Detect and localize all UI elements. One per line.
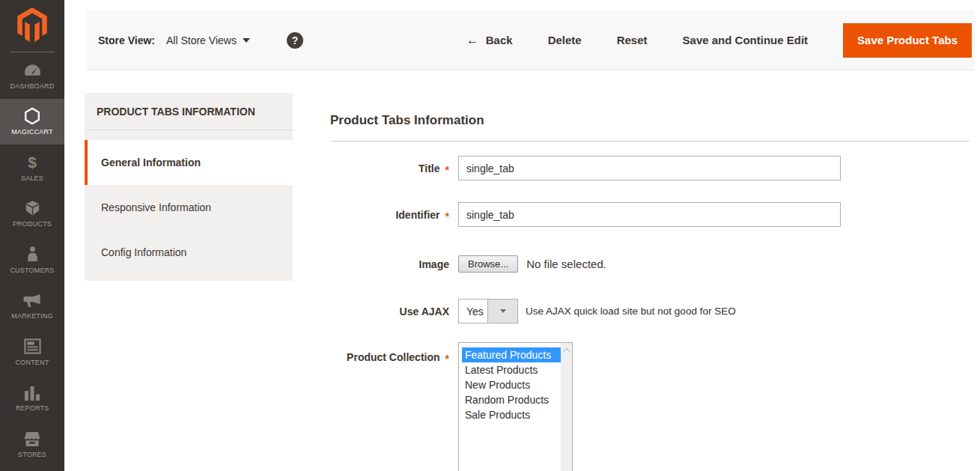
reset-button[interactable]: Reset <box>617 34 648 46</box>
sidebar-item-sales[interactable]: $ SALES <box>0 145 64 191</box>
image-row: Image Browse... No file selected. <box>330 252 970 276</box>
person-icon <box>25 246 40 264</box>
topbar-actions: ← Back Delete Reset Save and Continue Ed… <box>466 23 975 58</box>
sidebar-item-label: SALES <box>21 174 43 182</box>
help-icon[interactable]: ? <box>287 32 303 49</box>
store-view-selector[interactable]: All Store Views <box>166 34 250 46</box>
tabs-spacer <box>85 130 293 140</box>
product-collection-label: Product Collection * <box>330 342 449 363</box>
sidebar-item-label: DASHBOARD <box>10 82 55 90</box>
chevron-down-icon <box>243 38 250 43</box>
main-form-section: Product Tabs Information Title * Identif… <box>330 112 970 471</box>
list-option-random-products[interactable]: Random Products <box>462 392 561 407</box>
sidebar-item-stores[interactable]: STORES <box>0 421 64 467</box>
sidebar-item-label: MAGICCART <box>11 128 53 136</box>
sidebar-item-label: REPORTS <box>16 404 49 412</box>
topbar: Store View: All Store Views ? ← Back Del… <box>86 10 975 70</box>
use-ajax-row: Use AJAX Yes Use AJAX quick load site bu… <box>330 299 970 323</box>
identifier-input[interactable] <box>458 202 841 227</box>
use-ajax-label: Use AJAX <box>330 306 449 317</box>
section-divider <box>330 141 970 142</box>
sidebar-item-customers[interactable]: CUSTOMERS <box>0 237 64 283</box>
list-option-new-products[interactable]: New Products <box>462 377 561 392</box>
sidebar-item-label: PRODUCTS <box>13 220 52 228</box>
store-view-value: All Store Views <box>166 34 237 46</box>
title-input[interactable] <box>458 156 841 180</box>
product-collection-listbox[interactable]: Featured Products Latest Products New Pr… <box>458 342 573 471</box>
back-button-label: Back <box>486 34 513 46</box>
layout-icon <box>24 338 41 356</box>
identifier-label: Identifier * <box>330 209 449 221</box>
use-ajax-selected-value: Yes <box>459 300 487 323</box>
file-status-text: No file selected. <box>526 258 606 270</box>
back-arrow-icon: ← <box>466 34 479 46</box>
gauge-icon <box>23 61 42 79</box>
product-collection-row: Product Collection * Featured Products L… <box>330 342 970 471</box>
use-ajax-note: Use AJAX quick load site but not good fo… <box>526 306 736 317</box>
storefront-icon <box>23 430 41 448</box>
store-view-label: Store View: <box>98 34 155 46</box>
image-label: Image <box>330 258 449 270</box>
sidebar-item-reports[interactable]: REPORTS <box>0 375 64 422</box>
list-option-sale-products[interactable]: Sale Products <box>462 407 561 422</box>
sidebar: DASHBOARD MAGICCART $ SALES PRODUCTS <box>0 0 64 471</box>
save-product-tabs-button[interactable]: Save Product Tabs <box>843 23 972 58</box>
scroll-up-icon[interactable] <box>563 348 569 354</box>
title-row: Title * <box>330 156 970 180</box>
required-marker: * <box>445 353 449 365</box>
chevron-down-icon[interactable] <box>487 300 517 323</box>
sidebar-item-label: MARKETING <box>11 312 52 320</box>
sidebar-item-marketing[interactable]: MARKETING <box>0 283 64 329</box>
browse-button[interactable]: Browse... <box>458 255 518 273</box>
listbox-scrollbar[interactable] <box>561 343 572 471</box>
required-marker: * <box>445 164 449 176</box>
tabs-panel: PRODUCT TABS INFORMATION General Informa… <box>85 93 293 281</box>
sidebar-item-label: STORES <box>18 451 46 458</box>
tab-config-information[interactable]: Config Information <box>85 230 293 275</box>
page-title: Product Tabs Information <box>330 112 970 129</box>
dollar-icon: $ <box>28 154 37 171</box>
megaphone-icon <box>22 291 42 309</box>
identifier-row: Identifier * <box>330 202 970 227</box>
hexagon-icon <box>22 107 42 125</box>
bar-chart-icon <box>24 383 40 401</box>
tab-general-information[interactable]: General Information <box>85 140 293 185</box>
magento-logo-icon <box>15 7 49 46</box>
sidebar-item-content[interactable]: CONTENT <box>0 329 64 375</box>
list-option-featured-products[interactable]: Featured Products <box>462 347 561 362</box>
back-button[interactable]: ← Back <box>466 34 513 46</box>
title-label: Title * <box>330 162 449 174</box>
box-icon <box>24 199 41 217</box>
sidebar-item-label: CUSTOMERS <box>10 267 54 274</box>
magento-admin-screen: DASHBOARD MAGICCART $ SALES PRODUCTS <box>0 0 980 471</box>
magento-logo[interactable] <box>0 0 64 52</box>
sidebar-item-magiccart[interactable]: MAGICCART <box>0 99 64 145</box>
sidebar-item-label: CONTENT <box>16 359 49 366</box>
list-option-latest-products[interactable]: Latest Products <box>462 362 561 377</box>
tab-responsive-information[interactable]: Responsive Information <box>85 185 293 230</box>
sidebar-item-products[interactable]: PRODUCTS <box>0 191 64 237</box>
delete-button[interactable]: Delete <box>548 34 582 46</box>
sidebar-nav: DASHBOARD MAGICCART $ SALES PRODUCTS <box>0 52 64 467</box>
use-ajax-select[interactable]: Yes <box>458 299 518 323</box>
save-and-continue-button[interactable]: Save and Continue Edit <box>683 34 809 46</box>
sidebar-item-dashboard[interactable]: DASHBOARD <box>0 52 64 99</box>
tabs-panel-header: PRODUCT TABS INFORMATION <box>85 93 293 130</box>
required-marker: * <box>445 210 449 222</box>
